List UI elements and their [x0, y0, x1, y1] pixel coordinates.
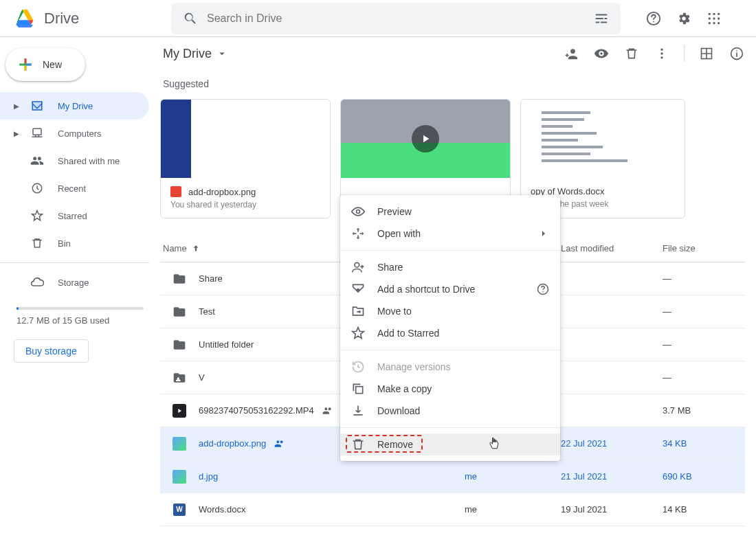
sidebar-item-my-drive[interactable]: ▶My Drive	[0, 92, 149, 120]
sidebar-item-starred[interactable]: Starred	[0, 202, 149, 229]
drive-logo-icon[interactable]	[11, 5, 38, 32]
header: Drive	[0, 0, 756, 37]
preview-eye-icon[interactable]	[593, 45, 610, 62]
storage-meter: 12.7 MB of 15 GB used	[0, 296, 160, 331]
file-name: Test	[199, 306, 215, 317]
menu-item-share[interactable]: Share	[340, 256, 560, 278]
file-size: 3.7 MB	[663, 405, 745, 416]
file-icon	[173, 272, 186, 286]
menu-item-add-a-shortcut-to-drive[interactable]: Add a shortcut to Drive	[340, 278, 560, 300]
svg-point-5	[709, 17, 711, 19]
menu-item-download[interactable]: Download	[340, 400, 560, 422]
chevron-down-icon	[216, 47, 228, 60]
header-icons	[645, 10, 722, 27]
move-icon	[351, 304, 365, 318]
suggested-card-0[interactable]: add-dropbox.png You shared it yesterday	[160, 99, 331, 218]
file-name: 6982374075053162292.MP4	[199, 405, 314, 416]
menu-label: Add to Starred	[377, 328, 439, 339]
svg-point-8	[709, 22, 711, 24]
sidebar-item-computers[interactable]: ▶Computers	[0, 120, 149, 147]
file-size: 14 KB	[663, 504, 745, 515]
nav-icon	[30, 209, 44, 223]
col-modified-header[interactable]: Last modified	[561, 243, 663, 253]
svg-point-3	[713, 12, 715, 14]
cloud-icon	[30, 275, 44, 289]
new-button[interactable]: New	[5, 48, 85, 81]
table-row[interactable]: d.jpgme21 Jul 2021690 KB	[160, 460, 745, 493]
card-title: add-dropbox.png	[188, 187, 256, 197]
file-modified: 22 Jul 2021	[561, 438, 663, 449]
card-meta: You shared it yesterday	[170, 200, 320, 210]
nav-label: Shared with me	[58, 156, 120, 166]
menu-item-preview[interactable]: Preview	[340, 201, 560, 223]
svg-point-4	[718, 12, 720, 14]
search-icon[interactable]	[182, 10, 199, 27]
file-icon	[173, 305, 186, 319]
settings-icon[interactable]	[676, 10, 692, 27]
info-icon[interactable]	[729, 45, 745, 62]
sidebar-item-shared-with-me[interactable]: Shared with me	[0, 147, 149, 174]
menu-item-add-to-starred[interactable]: Add to Starred	[340, 322, 560, 344]
nav-icon	[30, 99, 44, 113]
menu-divider	[340, 427, 560, 428]
view-grid-icon[interactable]	[698, 45, 715, 62]
trash-icon[interactable]	[623, 45, 640, 62]
file-size: —	[663, 339, 745, 350]
apps-icon[interactable]	[706, 10, 722, 27]
shortcut-icon	[351, 282, 365, 296]
svg-rect-24	[356, 387, 363, 394]
svg-point-10	[718, 22, 720, 24]
plus-icon	[16, 56, 34, 74]
toolbar: My Drive	[160, 37, 745, 70]
breadcrumb-title: My Drive	[163, 47, 212, 61]
menu-item-make-a-copy[interactable]: Make a copy	[340, 378, 560, 400]
new-button-label: New	[43, 59, 62, 70]
search-input[interactable]	[207, 12, 585, 25]
file-name: Words.docx	[199, 504, 245, 515]
more-icon[interactable]	[654, 45, 670, 62]
card-thumb	[161, 100, 330, 178]
file-name: V	[199, 372, 205, 383]
toolbar-icons	[563, 45, 745, 62]
chevron-right-icon	[538, 228, 549, 239]
search-options-icon[interactable]	[593, 10, 610, 27]
sidebar-item-recent[interactable]: Recent	[0, 174, 149, 202]
nav-label: Computers	[58, 128, 102, 139]
file-icon	[173, 437, 186, 451]
storage-label: Storage	[58, 278, 89, 288]
nav-label: Starred	[58, 211, 87, 221]
sidebar-item-storage[interactable]: Storage	[0, 269, 149, 296]
menu-item-move-to[interactable]: Move to	[340, 300, 560, 322]
file-owner: me	[465, 504, 561, 515]
breadcrumb[interactable]: My Drive	[163, 47, 228, 61]
buy-storage-button[interactable]: Buy storage	[14, 339, 89, 363]
file-icon	[173, 470, 186, 484]
share-person-icon[interactable]	[563, 45, 579, 62]
help-icon[interactable]	[537, 283, 549, 295]
sort-arrow-icon	[191, 244, 201, 253]
col-size-header[interactable]: File size	[663, 243, 745, 253]
svg-point-21	[355, 262, 359, 267]
menu-label: Make a copy	[377, 383, 432, 394]
nav-icon	[30, 181, 44, 195]
file-icon	[173, 404, 186, 418]
table-row[interactable]: WWords.docxme19 Jul 202114 KB	[160, 493, 745, 526]
file-modified: 19 Jul 2021	[561, 504, 663, 515]
file-icon: W	[173, 503, 186, 517]
file-name: Untitled folder	[199, 339, 254, 350]
menu-item-remove[interactable]: Remove	[340, 433, 560, 455]
svg-point-14	[660, 52, 663, 54]
content: My Drive Suggested add-dropbox.png You s	[160, 37, 756, 542]
sidebar: New ▶My Drive▶ComputersShared with meRec…	[0, 37, 160, 542]
svg-point-19	[177, 377, 179, 379]
eye-icon	[351, 205, 365, 218]
menu-item-open-with[interactable]: Open with	[340, 223, 560, 245]
trash-icon	[351, 438, 365, 451]
search-bar[interactable]	[171, 3, 621, 34]
file-icon	[173, 338, 186, 352]
card-thumb	[341, 100, 510, 178]
file-size: 690 KB	[663, 471, 745, 482]
help-icon[interactable]	[645, 10, 662, 27]
file-size: —	[663, 306, 745, 317]
sidebar-item-bin[interactable]: Bin	[0, 229, 149, 257]
